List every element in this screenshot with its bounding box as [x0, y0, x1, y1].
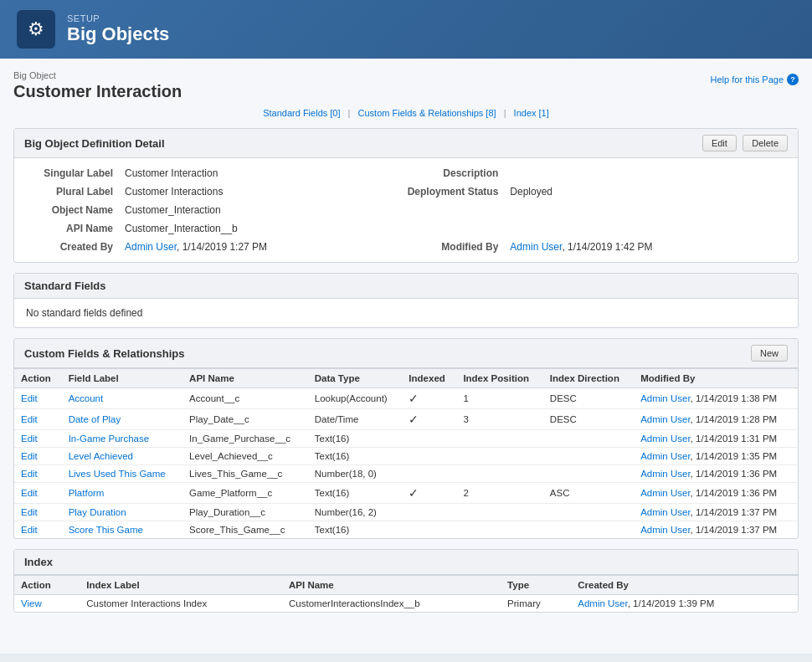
edit-field-link[interactable]: Edit: [21, 507, 38, 517]
row-action[interactable]: Edit: [14, 409, 62, 430]
field-label-link[interactable]: Level Achieved: [69, 451, 133, 461]
row-indexed: [402, 465, 456, 483]
row-api-name: Game_Platform__c: [182, 483, 308, 504]
edit-field-link[interactable]: Edit: [21, 414, 38, 424]
row-api-name: Level_Achieved__c: [182, 448, 308, 465]
gear-icon: ⚙: [28, 18, 44, 40]
modified-by-user-link[interactable]: Admin User: [640, 469, 690, 479]
row-index-direction: ASC: [543, 483, 634, 504]
row-modified-by: Admin User, 1/14/2019 1:37 PM: [634, 521, 798, 539]
table-row: Edit Play Duration Play_Duration__c Numb…: [14, 504, 798, 521]
definition-detail-actions: Edit Delete: [702, 135, 788, 151]
row-indexed: ✓: [402, 483, 456, 504]
table-row: Edit Level Achieved Level_Achieved__c Te…: [14, 448, 798, 465]
delete-button[interactable]: Delete: [743, 135, 788, 151]
modified-by-user-link[interactable]: Admin User: [640, 525, 690, 535]
idx-row-api-name: CustomerInteractionsIndex__b: [282, 595, 501, 613]
row-index-direction: [543, 448, 634, 465]
idx-col-api-name: API Name: [282, 576, 501, 595]
idx-col-created-by: Created By: [571, 576, 798, 595]
definition-detail-header: Big Object Definition Detail Edit Delete: [14, 129, 798, 158]
row-index-direction: DESC: [543, 388, 634, 409]
row-action[interactable]: Edit: [14, 388, 62, 409]
row-index-direction: DESC: [543, 409, 634, 430]
idx-row-action[interactable]: View: [14, 595, 80, 613]
created-by-link[interactable]: Admin User: [125, 241, 177, 253]
idx-created-by-link[interactable]: Admin User: [578, 598, 627, 608]
field-label-link[interactable]: In-Game Purchase: [69, 434, 150, 444]
row-indexed: ✓: [402, 388, 456, 409]
row-action[interactable]: Edit: [14, 430, 62, 448]
row-action[interactable]: Edit: [14, 504, 62, 521]
singular-label-value: Customer Interaction: [120, 165, 401, 182]
edit-field-link[interactable]: Edit: [21, 393, 38, 403]
deployment-status-label: Deployment Status: [403, 183, 504, 200]
deployment-status-value: Deployed: [505, 183, 786, 200]
field-label-link[interactable]: Account: [69, 393, 104, 403]
modified-by-user-link[interactable]: Admin User: [640, 451, 690, 461]
row-action[interactable]: Edit: [14, 521, 62, 539]
standard-fields-header: Standard Fields: [14, 274, 798, 299]
tab-standard-fields[interactable]: Standard Fields [0]: [263, 108, 340, 118]
col-field-label: Field Label: [62, 369, 182, 388]
row-modified-by: Admin User, 1/14/2019 1:31 PM: [634, 430, 798, 448]
modified-by-link[interactable]: Admin User: [510, 241, 562, 253]
table-row: Edit Account Account__c Lookup(Account) …: [14, 388, 798, 409]
row-modified-by: Admin User, 1/14/2019 1:35 PM: [634, 448, 798, 465]
edit-field-link[interactable]: Edit: [21, 469, 38, 479]
idx-row-type: Primary: [501, 595, 571, 613]
row-action[interactable]: Edit: [14, 448, 62, 465]
help-link-text: Help for this Page: [711, 74, 784, 85]
row-action[interactable]: Edit: [14, 465, 62, 483]
field-label-link[interactable]: Lives Used This Game: [69, 469, 166, 479]
nav-divider-2: |: [504, 108, 506, 118]
object-name-value: Customer_Interaction: [120, 202, 401, 218]
tab-custom-fields[interactable]: Custom Fields & Relationships [8]: [358, 108, 496, 118]
index-table: Action Index Label API Name Type Created…: [14, 575, 798, 612]
row-api-name: Account__c: [182, 388, 308, 409]
new-custom-field-button[interactable]: New: [751, 345, 788, 362]
detail-row-created-by: Created By Admin User, 1/14/2019 1:27 PM…: [26, 239, 786, 255]
row-action[interactable]: Edit: [14, 483, 62, 504]
field-label-link[interactable]: Score This Game: [69, 525, 143, 535]
edit-button[interactable]: Edit: [702, 135, 737, 151]
help-link[interactable]: Help for this Page ?: [711, 74, 799, 85]
field-label-link[interactable]: Platform: [69, 488, 105, 498]
table-row: Edit Date of Play Play_Date__c Date/Time…: [14, 409, 798, 430]
modified-by-user-link[interactable]: Admin User: [640, 507, 690, 517]
modified-by-user-link[interactable]: Admin User: [640, 414, 690, 424]
row-field-label: Lives Used This Game: [62, 465, 182, 483]
app-icon: ⚙: [17, 10, 55, 49]
edit-field-link[interactable]: Edit: [21, 434, 38, 444]
nav-tabs: Standard Fields [0] | Custom Fields & Re…: [13, 108, 799, 118]
idx-row-label: Customer Interactions Index: [80, 595, 282, 613]
detail-row-singular: Singular Label Customer Interaction Desc…: [26, 165, 786, 182]
row-index-position: [456, 448, 542, 465]
page-title: Customer Interaction: [13, 82, 182, 101]
check-icon: ✓: [409, 392, 419, 405]
modified-by-user-link[interactable]: Admin User: [640, 434, 690, 444]
field-label-link[interactable]: Date of Play: [69, 414, 121, 424]
row-index-position: [456, 465, 542, 483]
modified-by-date: , 1/14/2019 1:42 PM: [562, 241, 652, 253]
row-modified-by: Admin User, 1/14/2019 1:36 PM: [634, 483, 798, 504]
field-label-link[interactable]: Play Duration: [69, 507, 126, 517]
detail-row-object-name: Object Name Customer_Interaction: [26, 202, 786, 218]
row-index-direction: [543, 465, 634, 483]
modified-by-user-link[interactable]: Admin User: [640, 393, 690, 403]
idx-row-created-by: Admin User, 1/14/2019 1:39 PM: [571, 595, 798, 613]
edit-field-link[interactable]: Edit: [21, 488, 38, 498]
idx-col-action: Action: [14, 576, 80, 595]
view-index-link[interactable]: View: [21, 598, 42, 608]
row-field-label: Play Duration: [62, 504, 182, 521]
edit-field-link[interactable]: Edit: [21, 451, 38, 461]
row-api-name: In_Game_Purchase__c: [182, 430, 308, 448]
row-index-position: [456, 430, 542, 448]
col-modified-by: Modified By: [634, 369, 798, 388]
row-index-position: 1: [456, 388, 542, 409]
tab-index[interactable]: Index [1]: [514, 108, 549, 118]
plural-label-label: Plural Label: [26, 183, 118, 200]
modified-by-user-link[interactable]: Admin User: [640, 488, 690, 498]
edit-field-link[interactable]: Edit: [21, 525, 38, 535]
custom-fields-header: Custom Fields & Relationships New: [14, 339, 798, 368]
